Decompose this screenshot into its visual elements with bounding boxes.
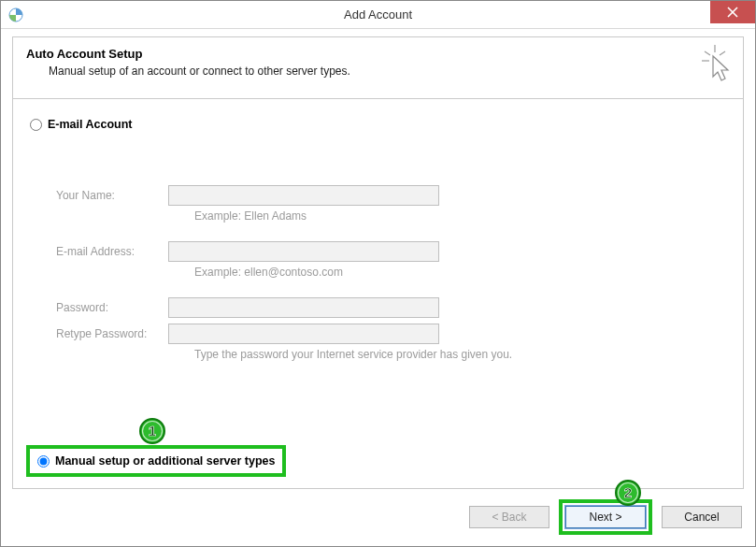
manual-setup-radio[interactable] (37, 455, 50, 468)
svg-text:1: 1 (149, 423, 156, 439)
annotation-badge-1: 1 (138, 417, 166, 445)
svg-line-5 (720, 51, 725, 55)
email-row: E-mail Address: (56, 239, 726, 264)
retype-input (168, 324, 439, 344)
email-hint: Example: ellen@contoso.com (194, 266, 726, 279)
name-input (168, 185, 439, 206)
click-cursor-icon (702, 45, 734, 85)
manual-setup-radio-row: Manual setup or additional server types (37, 454, 275, 468)
add-account-window: Add Account Auto Account Setup Manual se… (0, 0, 756, 547)
wizard-heading: Auto Account Setup (26, 47, 730, 61)
svg-point-8 (143, 422, 163, 441)
email-input (168, 241, 439, 262)
password-hint: Type the password your Internet service … (194, 348, 726, 361)
manual-setup-label[interactable]: Manual setup or additional server types (55, 454, 275, 468)
name-label: Your Name: (56, 189, 168, 202)
svg-point-7 (140, 419, 164, 443)
titlebar: Add Account (1, 1, 755, 29)
back-button: < Back (469, 506, 549, 528)
password-input (168, 297, 439, 318)
wizard-header: Auto Account Setup Manual setup of an ac… (12, 36, 744, 98)
wizard-body: E-mail Account Your Name: Example: Ellen… (12, 98, 744, 489)
email-label: E-mail Address: (56, 245, 168, 258)
manual-setup-highlight: Manual setup or additional server types (26, 445, 286, 477)
next-button[interactable]: Next > (565, 506, 646, 528)
email-account-radio[interactable] (30, 119, 42, 131)
name-hint: Example: Ellen Adams (194, 209, 726, 223)
email-account-radio-row: E-mail Account (30, 118, 726, 131)
name-row: Your Name: (56, 183, 726, 208)
email-account-label[interactable]: E-mail Account (48, 118, 133, 131)
retype-row: Retype Password: (56, 322, 726, 346)
wizard-footer: < Back Next > Cancel (469, 499, 742, 535)
wizard-subheading: Manual setup of an account or connect to… (49, 65, 730, 78)
close-icon (727, 7, 738, 18)
close-button[interactable] (710, 1, 755, 23)
next-button-highlight: Next > (559, 499, 652, 535)
cancel-button[interactable]: Cancel (662, 506, 742, 528)
password-row: Password: (56, 295, 726, 320)
retype-label: Retype Password: (56, 327, 168, 340)
password-label: Password: (56, 301, 168, 314)
window-title: Add Account (1, 7, 755, 22)
form-area: Your Name: Example: Ellen Adams E-mail A… (56, 183, 726, 361)
svg-line-4 (705, 51, 710, 55)
